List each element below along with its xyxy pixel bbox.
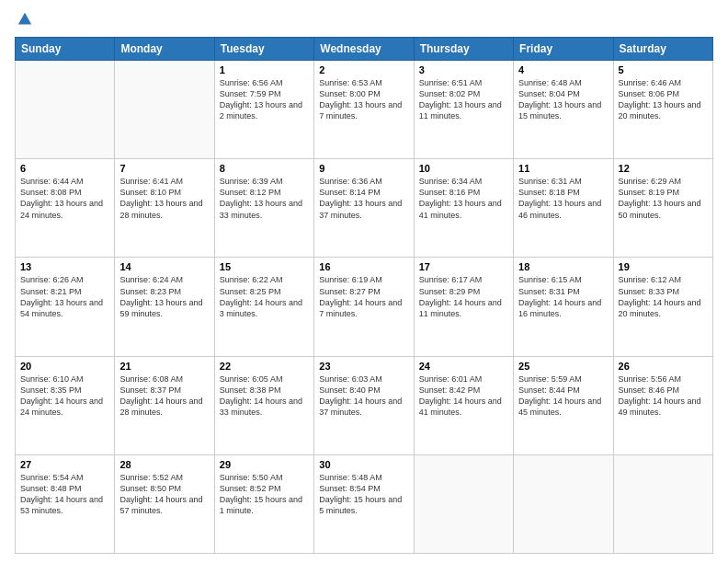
- calendar-cell: [613, 454, 712, 553]
- day-number: 25: [518, 361, 608, 372]
- day-info: Sunrise: 6:51 AM Sunset: 8:02 PM Dayligh…: [419, 77, 508, 122]
- calendar-cell: 1Sunrise: 6:56 AM Sunset: 7:59 PM Daylig…: [214, 61, 313, 159]
- calendar-cell: 6Sunrise: 6:44 AM Sunset: 8:08 PM Daylig…: [16, 159, 115, 258]
- day-info: Sunrise: 6:08 AM Sunset: 8:37 PM Dayligh…: [119, 373, 209, 419]
- weekday-tuesday: Tuesday: [214, 38, 313, 61]
- calendar-cell: 25Sunrise: 5:59 AM Sunset: 8:44 PM Dayli…: [514, 356, 613, 454]
- calendar-cell: 10Sunrise: 6:34 AM Sunset: 8:16 PM Dayli…: [414, 159, 513, 258]
- weekday-thursday: Thursday: [414, 38, 513, 61]
- day-number: 24: [419, 361, 508, 372]
- calendar-cell: 4Sunrise: 6:48 AM Sunset: 8:04 PM Daylig…: [514, 61, 613, 159]
- calendar-cell: [514, 454, 613, 553]
- day-info: Sunrise: 6:24 AM Sunset: 8:23 PM Dayligh…: [119, 274, 209, 319]
- week-row-5: 27Sunrise: 5:54 AM Sunset: 8:48 PM Dayli…: [16, 454, 713, 553]
- day-number: 1: [220, 64, 309, 75]
- day-info: Sunrise: 6:26 AM Sunset: 8:21 PM Dayligh…: [20, 274, 109, 319]
- calendar-cell: [16, 61, 115, 159]
- day-number: 17: [419, 261, 508, 272]
- day-info: Sunrise: 6:44 AM Sunset: 8:08 PM Dayligh…: [20, 176, 109, 221]
- calendar-cell: 8Sunrise: 6:39 AM Sunset: 8:12 PM Daylig…: [214, 159, 313, 258]
- day-number: 20: [20, 361, 109, 372]
- calendar-cell: 5Sunrise: 6:46 AM Sunset: 8:06 PM Daylig…: [613, 61, 712, 159]
- day-info: Sunrise: 6:56 AM Sunset: 7:59 PM Dayligh…: [220, 77, 309, 122]
- calendar-cell: 18Sunrise: 6:15 AM Sunset: 8:31 PM Dayli…: [514, 258, 613, 356]
- day-number: 6: [20, 163, 109, 174]
- day-number: 22: [220, 361, 309, 372]
- day-info: Sunrise: 5:59 AM Sunset: 8:44 PM Dayligh…: [518, 373, 608, 419]
- logo-icon: [17, 11, 33, 28]
- day-info: Sunrise: 6:19 AM Sunset: 8:27 PM Dayligh…: [319, 274, 408, 319]
- week-row-1: 1Sunrise: 6:56 AM Sunset: 7:59 PM Daylig…: [16, 61, 713, 159]
- day-info: Sunrise: 6:39 AM Sunset: 8:12 PM Dayligh…: [220, 176, 309, 221]
- day-info: Sunrise: 6:34 AM Sunset: 8:16 PM Dayligh…: [419, 176, 508, 221]
- day-number: 28: [119, 459, 209, 470]
- calendar-cell: 3Sunrise: 6:51 AM Sunset: 8:02 PM Daylig…: [414, 61, 513, 159]
- calendar-cell: 21Sunrise: 6:08 AM Sunset: 8:37 PM Dayli…: [115, 356, 214, 454]
- calendar-cell: 19Sunrise: 6:12 AM Sunset: 8:33 PM Dayli…: [613, 258, 712, 356]
- day-info: Sunrise: 6:53 AM Sunset: 8:00 PM Dayligh…: [319, 77, 408, 122]
- calendar-cell: 28Sunrise: 5:52 AM Sunset: 8:50 PM Dayli…: [115, 454, 214, 553]
- day-number: 29: [220, 459, 309, 470]
- day-number: 16: [319, 261, 408, 272]
- day-number: 26: [619, 361, 708, 372]
- week-row-3: 13Sunrise: 6:26 AM Sunset: 8:21 PM Dayli…: [16, 258, 713, 356]
- day-number: 3: [419, 64, 508, 75]
- day-info: Sunrise: 6:15 AM Sunset: 8:31 PM Dayligh…: [518, 274, 608, 319]
- day-info: Sunrise: 5:52 AM Sunset: 8:50 PM Dayligh…: [119, 472, 209, 517]
- day-info: Sunrise: 6:29 AM Sunset: 8:19 PM Dayligh…: [619, 176, 708, 221]
- day-number: 23: [319, 361, 408, 372]
- calendar-cell: 14Sunrise: 6:24 AM Sunset: 8:23 PM Dayli…: [115, 258, 214, 356]
- day-info: Sunrise: 6:46 AM Sunset: 8:06 PM Dayligh…: [619, 77, 708, 122]
- day-number: 27: [20, 459, 109, 470]
- day-number: 13: [20, 261, 109, 272]
- day-number: 14: [119, 261, 209, 272]
- header: [15, 11, 713, 29]
- calendar-cell: 13Sunrise: 6:26 AM Sunset: 8:21 PM Dayli…: [16, 258, 115, 356]
- weekday-wednesday: Wednesday: [314, 38, 414, 61]
- svg-marker-0: [18, 13, 31, 25]
- calendar-cell: 27Sunrise: 5:54 AM Sunset: 8:48 PM Dayli…: [16, 454, 115, 553]
- day-number: 5: [619, 64, 708, 75]
- calendar-cell: 23Sunrise: 6:03 AM Sunset: 8:40 PM Dayli…: [314, 356, 414, 454]
- day-info: Sunrise: 6:03 AM Sunset: 8:40 PM Dayligh…: [319, 373, 408, 419]
- day-number: 10: [419, 163, 508, 174]
- calendar-cell: [115, 61, 214, 159]
- day-number: 8: [220, 163, 309, 174]
- day-info: Sunrise: 6:10 AM Sunset: 8:35 PM Dayligh…: [20, 373, 109, 419]
- calendar-cell: 2Sunrise: 6:53 AM Sunset: 8:00 PM Daylig…: [314, 61, 414, 159]
- day-info: Sunrise: 6:48 AM Sunset: 8:04 PM Dayligh…: [518, 77, 608, 122]
- day-info: Sunrise: 6:17 AM Sunset: 8:29 PM Dayligh…: [419, 274, 508, 319]
- weekday-header-row: SundayMondayTuesdayWednesdayThursdayFrid…: [16, 38, 713, 61]
- day-info: Sunrise: 5:48 AM Sunset: 8:54 PM Dayligh…: [319, 472, 408, 517]
- day-number: 9: [319, 163, 408, 174]
- calendar-table: SundayMondayTuesdayWednesdayThursdayFrid…: [15, 37, 713, 554]
- day-info: Sunrise: 6:22 AM Sunset: 8:25 PM Dayligh…: [220, 274, 309, 319]
- calendar-cell: 24Sunrise: 6:01 AM Sunset: 8:42 PM Dayli…: [414, 356, 513, 454]
- calendar-cell: 12Sunrise: 6:29 AM Sunset: 8:19 PM Dayli…: [613, 159, 712, 258]
- day-number: 11: [518, 163, 608, 174]
- logo: [15, 11, 33, 29]
- day-number: 4: [518, 64, 608, 75]
- day-number: 18: [518, 261, 608, 272]
- calendar-cell: 30Sunrise: 5:48 AM Sunset: 8:54 PM Dayli…: [314, 454, 414, 553]
- calendar-cell: 15Sunrise: 6:22 AM Sunset: 8:25 PM Dayli…: [214, 258, 313, 356]
- day-number: 30: [319, 459, 408, 470]
- page: SundayMondayTuesdayWednesdayThursdayFrid…: [0, 0, 728, 563]
- day-number: 19: [619, 261, 708, 272]
- day-info: Sunrise: 6:12 AM Sunset: 8:33 PM Dayligh…: [619, 274, 708, 319]
- day-info: Sunrise: 5:54 AM Sunset: 8:48 PM Dayligh…: [20, 472, 109, 517]
- calendar-cell: 22Sunrise: 6:05 AM Sunset: 8:38 PM Dayli…: [214, 356, 313, 454]
- calendar-cell: 29Sunrise: 5:50 AM Sunset: 8:52 PM Dayli…: [214, 454, 313, 553]
- calendar-cell: 20Sunrise: 6:10 AM Sunset: 8:35 PM Dayli…: [16, 356, 115, 454]
- day-info: Sunrise: 6:41 AM Sunset: 8:10 PM Dayligh…: [119, 176, 209, 221]
- calendar-cell: [414, 454, 513, 553]
- weekday-monday: Monday: [115, 38, 214, 61]
- day-info: Sunrise: 6:36 AM Sunset: 8:14 PM Dayligh…: [319, 176, 408, 221]
- calendar-cell: 16Sunrise: 6:19 AM Sunset: 8:27 PM Dayli…: [314, 258, 414, 356]
- day-number: 21: [119, 361, 209, 372]
- weekday-friday: Friday: [514, 38, 613, 61]
- day-info: Sunrise: 5:56 AM Sunset: 8:46 PM Dayligh…: [619, 373, 708, 419]
- day-info: Sunrise: 6:31 AM Sunset: 8:18 PM Dayligh…: [518, 176, 608, 221]
- calendar-cell: 11Sunrise: 6:31 AM Sunset: 8:18 PM Dayli…: [514, 159, 613, 258]
- day-number: 15: [220, 261, 309, 272]
